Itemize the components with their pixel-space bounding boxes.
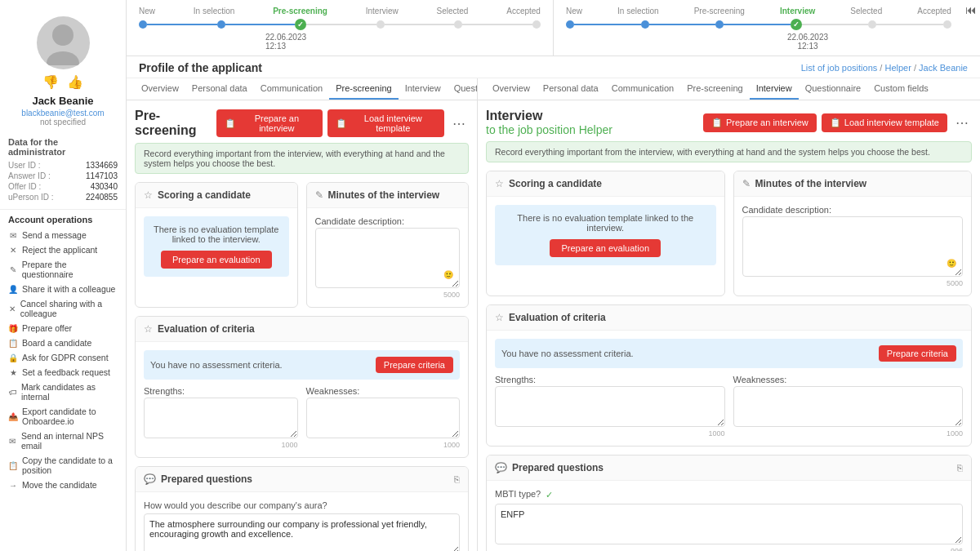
copy-icon-left[interactable]: ⎘	[454, 474, 460, 484]
scoring-title-right: Scoring a candidate	[509, 178, 602, 189]
q1-textarea-left[interactable]: The atmosphere surrounding our company i…	[144, 513, 460, 551]
tab-personal-left[interactable]: Personal data	[185, 78, 254, 100]
status-bar-left: New In selection Pre-screening Interview…	[127, 0, 553, 56]
step-interview-right: Interview	[780, 7, 815, 16]
minutes-icon-right: ✎	[742, 178, 751, 189]
mbti-header: MBTI type? ✓	[495, 489, 963, 500]
dot-4-right: ✓	[791, 19, 802, 30]
action-buttons-left: 📋 Prepare an interview 📋 Load interview …	[216, 109, 469, 137]
ops-item-icon: 📤	[8, 411, 18, 421]
no-eval-text-right: There is no evaluation template linked t…	[503, 213, 708, 233]
chat-icon-left: 💬	[144, 473, 156, 485]
ops-item-icon: 👤	[8, 284, 18, 294]
ops-item[interactable]: 👤Share it with a colleague	[0, 282, 126, 296]
ops-item[interactable]: 🎁Prepare offer	[0, 321, 126, 335]
minutes-title-right: Minutes of the interview	[755, 178, 867, 189]
ops-item[interactable]: ★Set a feedback request	[0, 365, 126, 380]
ops-item-label: Mark candidates as internal	[21, 382, 118, 402]
sidebar: 👎 👍 Jack Beanie blackbeanie@test.com not…	[0, 0, 127, 551]
cand-desc-textarea-right[interactable]	[742, 216, 964, 277]
strengths-col-left: Strengths: 1000	[144, 386, 298, 449]
tab-prescreening-right[interactable]: Pre-screening	[680, 78, 749, 100]
tab-questionnaire-right[interactable]: Questionnaire	[799, 78, 868, 100]
prepare-eval-button-left[interactable]: Prepare an evaluation	[161, 251, 272, 269]
candidate-profile: 👎 👍 Jack Beanie blackbeanie@test.com not…	[0, 8, 126, 131]
ops-item[interactable]: ✕Reject the applicant	[0, 242, 126, 257]
strengths-count-left: 1000	[144, 441, 298, 449]
load-template-button-right[interactable]: 📋 Load interview template	[822, 113, 947, 132]
two-col-right: ☆ Scoring a candidate There is no evalua…	[486, 171, 972, 304]
prepare-interview-button-right[interactable]: 📋 Prepare an interview	[703, 113, 817, 132]
breadcrumb-helper[interactable]: Helper	[884, 63, 911, 73]
back-button[interactable]: ⏮	[965, 3, 977, 16]
tab-personal-right[interactable]: Personal data	[537, 78, 605, 100]
weaknesses-textarea-right[interactable]	[733, 386, 964, 427]
ops-item-icon: ✕	[8, 245, 18, 255]
action-buttons-right: 📋 Prepare an interview 📋 Load interview …	[703, 113, 972, 132]
ops-item[interactable]: ✉Send an internal NPS email	[0, 429, 126, 453]
line-1-left	[147, 24, 217, 25]
cand-desc-textarea-left[interactable]	[315, 228, 461, 288]
more-options-button-left[interactable]: ⋯	[449, 114, 469, 133]
ops-item[interactable]: 📋Board a candidate	[0, 335, 126, 350]
ops-item[interactable]: 🏷Mark candidates as internal	[0, 380, 126, 404]
tab-interview-left[interactable]: Interview	[399, 78, 448, 100]
more-options-button-right[interactable]: ⋯	[952, 113, 972, 132]
user-id-value: 1334669	[86, 161, 118, 170]
breadcrumb-list[interactable]: List of job positions	[801, 63, 878, 73]
ops-item[interactable]: 📋Copy the candidate to a position	[0, 453, 126, 478]
prepare-icon-left: 📋	[225, 118, 236, 129]
tab-interview-right[interactable]: Interview	[750, 78, 799, 100]
line-5-right	[876, 24, 943, 25]
line-3-right	[724, 24, 791, 25]
ops-item[interactable]: ✕Cancel sharing with a colleague	[0, 296, 126, 321]
ops-item[interactable]: 🔒Ask for GDPR consent	[0, 350, 126, 365]
thumbs-up-icon[interactable]: 👍	[67, 74, 83, 90]
tab-overview-right[interactable]: Overview	[486, 78, 537, 100]
prepared-q-title-left: Prepared questions	[161, 473, 252, 485]
interview-title-group: Interview to the job position Helper	[486, 109, 612, 136]
strengths-textarea-left[interactable]	[144, 398, 298, 438]
step-accepted-left: Accepted	[506, 7, 541, 16]
ops-item[interactable]: ✉Send a message	[0, 228, 126, 242]
no-eval-box-right: There is no evaluation template linked t…	[495, 205, 716, 265]
prepare-criteria-button-left[interactable]: Prepare criteria	[376, 357, 453, 373]
two-col-left: ☆ Scoring a candidate There is no evalua…	[135, 182, 469, 316]
load-template-button-left[interactable]: 📋 Load interview template	[327, 109, 444, 137]
copy-icon-right[interactable]: ⎘	[957, 463, 963, 473]
ops-item[interactable]: 📤Export candidate to Onboardee.io	[0, 404, 126, 429]
ops-item-label: Ask for GDPR consent	[22, 353, 109, 362]
ops-item[interactable]: ✎Prepare the questionnaire	[0, 257, 126, 282]
timestamp-right: 22.06.2023 12:13	[566, 33, 968, 51]
tab-overview-left[interactable]: Overview	[135, 78, 185, 100]
strengths-count-right: 1000	[495, 429, 725, 438]
ops-item-label: Prepare offer	[22, 323, 72, 333]
offer-id-label: Offer ID :	[8, 182, 41, 191]
ops-item-label: Copy the candidate to a position	[22, 455, 118, 475]
no-criteria-text-left: You have no assessment criteria.	[150, 360, 283, 370]
prepare-interview-button-left[interactable]: 📋 Prepare an interview	[216, 109, 322, 137]
prepare-criteria-button-right[interactable]: Prepare criteria	[879, 345, 956, 362]
tab-communication-left[interactable]: Communication	[254, 78, 329, 100]
line-4-left	[385, 24, 455, 25]
tab-communication-right[interactable]: Communication	[605, 78, 680, 100]
strengths-textarea-right[interactable]	[495, 386, 725, 427]
prepared-q-header-right: 💬 Prepared questions ⎘	[487, 455, 971, 481]
tab-prescreening-left[interactable]: Pre-screening	[329, 78, 398, 100]
weaknesses-textarea-left[interactable]	[306, 398, 461, 438]
tab-questionnaire-left[interactable]: Questionnaire	[448, 78, 478, 100]
tab-custom-right[interactable]: Custom fields	[867, 78, 935, 100]
thumbs-down-icon[interactable]: 👎	[42, 74, 59, 90]
dot-5-left	[454, 20, 462, 29]
mbti-textarea[interactable]: ENFP	[495, 504, 963, 544]
cand-desc-label-left: Candidate description:	[315, 216, 461, 226]
prepared-q-card-left: 💬 Prepared questions ⎘ How would you des…	[135, 466, 469, 551]
breadcrumb-name[interactable]: Jack Beanie	[919, 63, 968, 73]
eval-fields-left: Strengths: 1000 Weaknesses: 1000	[144, 386, 460, 449]
mbti-check-icon: ✓	[546, 490, 553, 500]
ops-item-label: Export candidate to Onboardee.io	[22, 407, 118, 426]
ops-item[interactable]: →Move the candidate	[0, 478, 126, 492]
ops-item-icon: 🔒	[8, 353, 18, 362]
ops-item-icon: ✉	[8, 436, 17, 446]
prepare-eval-button-right[interactable]: Prepare an evaluation	[550, 239, 661, 257]
